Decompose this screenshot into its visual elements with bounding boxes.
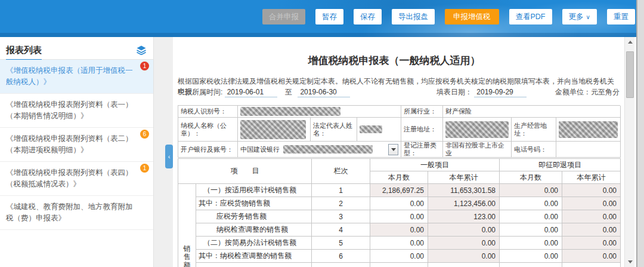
export-disk-button[interactable]: 导出报盘 (392, 9, 435, 24)
chevron-down-icon (391, 148, 396, 151)
amount-cell-editable[interactable]: 0.00 (500, 210, 562, 223)
item-column-header: 项 目 (178, 159, 312, 184)
report-item-appendix-2[interactable]: 《增值税纳税申报表附列资料（表二）（本期进项税额明细）》6 (0, 128, 153, 162)
amount-cell-editable[interactable]: 0.00 (370, 250, 428, 263)
amount-cell-editable[interactable] (428, 263, 500, 267)
scroll-up-button[interactable] (625, 37, 635, 47)
tin-value (238, 106, 401, 118)
reset-button[interactable]: 重置 (607, 9, 635, 24)
fill-date-label: 填表日期： (436, 88, 472, 96)
report-item-appendix-4[interactable]: 《增值税纳税申报表附列资料（表四）（税额抵减情况表）》1 (0, 162, 153, 196)
amount-cell-editable[interactable]: 0.00 (500, 250, 562, 263)
report-item-vat-main[interactable]: 《增值税纳税申报表（适用于增值税一般纳税人）》1 (0, 60, 153, 94)
report-item-surtax[interactable]: 《城建税、教育费附加、地方教育附加税（费）申报表》 (0, 196, 153, 230)
vertical-scrollbar[interactable] (624, 37, 634, 267)
amount-cell-editable[interactable]: 0.00 (370, 237, 428, 250)
amount-unit-label: 金额单位：元至角分 (555, 87, 620, 97)
more-button[interactable]: 更多∨ (562, 9, 597, 24)
reg-address-value (443, 118, 512, 142)
report-list: 《增值税纳税申报表（适用于增值税一般纳税人）》1《增值税纳税申报表附列资料（表一… (0, 60, 153, 230)
app-header: 合并申报暂存保存导出报盘申报增值税查看PDF更多∨重置附送资料 (0, 0, 636, 37)
report-item-label: 《增值税纳税申报表附列资料（表一）（本期销售情况明细）》 (6, 100, 133, 120)
save-button[interactable]: 保存 (354, 9, 382, 24)
redacted-value (240, 107, 340, 116)
row-label: 其中：纳税检查调整的销售额 (196, 250, 312, 263)
notification-badge: 1 (140, 164, 149, 173)
amount-cell-editable[interactable]: 0.00 (500, 237, 562, 250)
period-start-field[interactable]: 2019-06-01 (225, 88, 277, 97)
report-item-label: 《增值税纳税申报表（适用于增值税一般纳税人）》 (6, 66, 133, 86)
amount-cell-editable[interactable]: 0.00 (370, 210, 428, 223)
tin-label: 纳税人识别号： (178, 106, 238, 118)
ytd-header: 本年累计 (562, 171, 621, 184)
scroll-down-button[interactable] (625, 257, 635, 267)
form-title: 增值税纳税申报表（一般纳税人适用） (173, 54, 615, 67)
redacted-value (240, 120, 306, 139)
amount-cell-readonly: 2,186,697.25 (370, 184, 428, 197)
sidebar-collapse-handle[interactable]: ‹ (165, 145, 173, 168)
declare-vat-button[interactable]: 申报增值税 (445, 9, 499, 24)
row-audit-adjusted-simple-sales: 其中：纳税检查调整的销售额60.000.000.000.00 (178, 250, 621, 263)
sidebar-header: 报表列表 (0, 37, 153, 60)
amount-cell-readonly: 0.00 (428, 223, 500, 237)
triangle-down-icon (628, 260, 633, 263)
amount-cell-editable[interactable] (370, 263, 428, 267)
amount-cell-editable[interactable]: 0.00 (500, 223, 562, 237)
row-partial (178, 263, 621, 267)
tax-period: 税款所属时间: 2019-06-01 至 2019-06-30 (178, 87, 350, 97)
save-draft-button[interactable]: 暂存 (315, 9, 343, 24)
view-pdf-button[interactable]: 查看PDF (509, 9, 552, 24)
reg-type-value: 非国有控股非上市企业 (443, 142, 512, 158)
amount-cell-readonly: 0.00 (370, 223, 428, 237)
report-item-appendix-1[interactable]: 《增值税纳税申报表附列资料（表一）（本期销售情况明细）》 (0, 94, 153, 128)
reg-address-label: 注册地址： (401, 118, 443, 142)
period-to-label: 至 (285, 88, 292, 96)
amount-cell-readonly: 0.00 (562, 197, 621, 210)
vat-table-body: 销售额（一）按适用税率计税销售额12,186,697.2511,653,301.… (178, 184, 621, 267)
row-column-number: 5 (312, 237, 370, 250)
row-label: （一）按适用税率计税销售额 (196, 184, 312, 197)
row-audit-adjusted-sales: 纳税检查调整的销售额40.000.000.000.00 (178, 223, 621, 237)
redacted-value (360, 125, 382, 133)
app-window: 合并申报暂存保存导出报盘申报增值税查看PDF更多∨重置附送资料 报表列表 《增值… (0, 0, 644, 267)
merge-declare-button: 合并申报 (262, 9, 305, 24)
row-column-number: 6 (312, 250, 370, 263)
row-sales-by-applicable-rate: 销售额（一）按适用税率计税销售额12,186,697.2511,653,301.… (178, 184, 621, 197)
row-label: 纳税检查调整的销售额 (196, 223, 312, 237)
ytd-header: 本年累计 (428, 171, 500, 184)
legal-rep-value (357, 118, 401, 142)
taxpayer-name-value (238, 118, 311, 142)
bank-label: 开户银行及账号： (178, 142, 238, 158)
row-label: 应税劳务销售额 (196, 210, 312, 223)
amount-cell-readonly: 11,653,301.58 (428, 184, 500, 197)
fill-date-field[interactable]: 2019-09-29 (474, 88, 527, 97)
general-items-header: 一般项目 (370, 159, 500, 171)
notification-badge: 6 (140, 130, 149, 139)
report-item-label: 《增值税纳税申报表附列资料（表四）（税额抵减情况表）》 (6, 168, 133, 188)
industry-label: 所属行业： (401, 106, 443, 118)
bank-select-dropdown[interactable] (388, 144, 398, 155)
form-panel: 增值税纳税申报表（一般纳税人适用） 根据国家税收法律法规及增值税相关规定制定本表… (173, 37, 624, 267)
row-label: 其中：应税货物销售额 (196, 197, 312, 210)
row-taxable-goods-sales: 其中：应税货物销售额20.001,123,456.000.000.00 (178, 197, 621, 210)
refund-items-header: 即征即退项目 (500, 159, 621, 171)
layers-icon[interactable] (137, 45, 146, 55)
amount-cell-editable[interactable] (500, 263, 562, 267)
amount-cell-editable[interactable]: 0.00 (500, 197, 562, 210)
colno-column-header: 栏次 (312, 159, 370, 184)
row-label (196, 263, 312, 267)
scrollbar-thumb[interactable] (626, 51, 634, 98)
period-end-field[interactable]: 2019-06-30 (298, 88, 350, 97)
amount-cell-readonly: 0.00 (562, 250, 621, 263)
industry-value: 财产保险 (443, 106, 621, 118)
amount-cell-readonly: 0.00 (500, 184, 562, 197)
amount-cell-editable[interactable]: 0.00 (370, 197, 428, 210)
notification-badge: 1 (140, 62, 149, 70)
legal-rep-label: 法定代表人姓名： (311, 118, 357, 142)
row-column-number (312, 263, 370, 267)
amount-cell-readonly: 0.00 (562, 210, 621, 223)
triangle-up-icon (628, 41, 633, 44)
biz-address-label: 生产经营地址： (512, 118, 556, 142)
amount-cell-editable[interactable] (562, 263, 621, 267)
vat-data-table: 项 目 栏次 一般项目 即征即退项目 本月数 本年累计 本月数 本年累计 销售额… (178, 158, 621, 267)
